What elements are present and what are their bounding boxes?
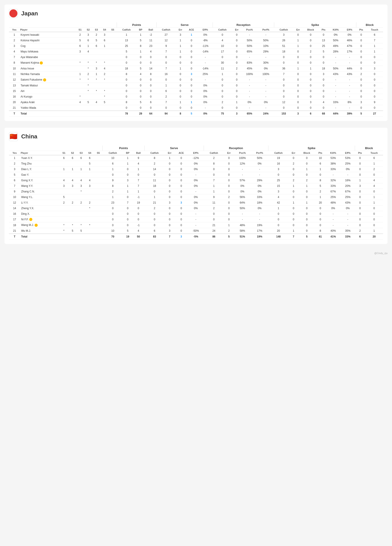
cell-rpos: - — [234, 172, 251, 177]
cell-spe: 0 — [293, 71, 303, 77]
cell-rpos: - — [241, 32, 258, 38]
cell-spc: 3 — [274, 32, 293, 38]
cell-se: 0 — [165, 222, 174, 228]
cell-s4 — [85, 189, 94, 194]
cell-sc: 94 — [156, 111, 176, 117]
cell-pc: 0 — [103, 222, 123, 228]
cell-spblock: 0 — [299, 189, 315, 194]
cell-speff: 0% — [341, 166, 355, 172]
cell-rc: 2 — [204, 155, 224, 161]
cell-seff: -5% — [188, 234, 204, 240]
cell-ball: -1 — [133, 194, 144, 200]
japan-table: Points Serve Reception Spike Block Yes P… — [9, 22, 383, 117]
cell-s3: 1 — [92, 71, 101, 77]
th-seff-c: Eff% — [188, 151, 204, 155]
cell-bp: 5 — [136, 99, 145, 105]
cell-s3: 3 — [92, 66, 101, 71]
cell-s2: 2 — [84, 71, 92, 77]
cell-rperf: - — [258, 88, 274, 94]
cell-spe: 1 — [289, 200, 299, 205]
cell-seff: 0% — [188, 166, 204, 172]
cell-s5 — [94, 216, 103, 222]
cell-spe: 0 — [293, 49, 303, 54]
cell-pc: 0 — [103, 205, 123, 211]
table-row: 3Cog616125823910-11%10050%10%51102549%47… — [9, 43, 383, 49]
cell-player: Wang Y.L. — [20, 194, 60, 200]
cell-s4 — [100, 83, 109, 88]
cell-bp: 0 — [136, 60, 145, 66]
cell-sppts: 5 — [319, 49, 328, 54]
cell-rperf: 0% — [251, 189, 268, 194]
cell-se: 0 — [165, 161, 174, 166]
cell-s1 — [60, 161, 68, 166]
cell-se: 1 — [176, 66, 185, 71]
cell-s3 — [92, 105, 101, 111]
cell-ball: 0 — [145, 83, 157, 88]
cell-seff: - — [188, 211, 204, 216]
cell-spe: 0 — [293, 32, 303, 38]
cell-spc: 0 — [274, 60, 293, 66]
th-s2: S2 — [84, 28, 92, 32]
th-rpos: Pos% — [241, 28, 258, 32]
cell-btouch: 0 — [365, 205, 383, 211]
th-bpts-c: Pts — [355, 151, 365, 155]
cell-pc: 0 — [117, 94, 136, 99]
cell-ace: 0 — [174, 161, 188, 166]
th-pc: Catfish — [117, 28, 136, 32]
cell-spc: 15 — [268, 183, 289, 189]
cell-pc: 23 — [103, 200, 123, 205]
cell-bpts: 0 — [355, 211, 365, 216]
cell-speff: 25% — [341, 161, 355, 166]
cell-player: Zheng Y.X. — [20, 205, 60, 211]
cell-yes: 1 — [9, 32, 20, 38]
cell-s2 — [68, 216, 77, 222]
cell-s2 — [84, 111, 92, 117]
th-bp: BP — [136, 28, 145, 32]
cell-pc: 5 — [117, 49, 136, 54]
cell-player: Mayu Ishikawa — [20, 49, 76, 54]
table-row: 12Li Y.Y.22222371921330%11064%18%4211204… — [9, 200, 383, 205]
cell-rpos: 100% — [241, 71, 258, 77]
cell-sc: 0 — [144, 216, 165, 222]
cell-btouch: 0 — [365, 189, 383, 194]
cell-rperf: 0% — [258, 99, 274, 105]
cell-s5 — [109, 60, 117, 66]
cell-bpts: 0 — [355, 166, 365, 172]
cell-bp: 0 — [123, 205, 133, 211]
cell-bpts: 0 — [355, 222, 365, 228]
cell-s1 — [60, 205, 68, 211]
cell-speff: - — [343, 60, 356, 66]
cell-spkill: 0% — [326, 205, 341, 211]
cell-rperf: - — [258, 83, 274, 88]
cell-se: 1 — [176, 49, 185, 54]
table-row: 1Koyomi Iwasaki232311-227310%00--30000%0… — [9, 32, 383, 38]
cell-ball: 4 — [133, 228, 144, 234]
cell-re: 0 — [224, 177, 234, 183]
cell-sppts: 0 — [315, 205, 326, 211]
cell-s1: 1 — [76, 71, 84, 77]
cell-s4: 4 — [100, 66, 109, 71]
cell-seff: 25% — [198, 71, 213, 77]
cell-sppts: 6 — [315, 161, 326, 166]
cell-seff: -14% — [198, 49, 213, 54]
cell-spkill: - — [326, 216, 341, 222]
cell-s5 — [94, 200, 103, 205]
table-row: TTotal7019508373-5%86551%19%148756141%33… — [9, 234, 383, 240]
cell-rpos: - — [241, 77, 258, 83]
cell-pc: 8 — [103, 183, 123, 189]
cell-s3: 4 — [92, 99, 101, 105]
cell-btouch: 20 — [365, 234, 383, 240]
table-row: 10Wang Y.L.510-11000%9256%33%400125%25%0… — [9, 194, 383, 200]
th-points-group: Points — [117, 22, 157, 28]
cell-s1: * — [76, 77, 84, 83]
cell-s5 — [94, 161, 103, 166]
cell-s5 — [94, 166, 103, 172]
cell-seff: - — [198, 77, 213, 83]
cell-player: Total — [20, 234, 60, 240]
cell-se: 0 — [176, 71, 185, 77]
cell-spe: 3 — [293, 111, 303, 117]
cell-spblock: 0 — [303, 38, 319, 43]
cell-rpos: 65% — [241, 111, 258, 117]
libero-badge — [29, 218, 32, 221]
china-section: 🇨🇳 China Points Serve Reception Spike Bl… — [5, 128, 387, 244]
